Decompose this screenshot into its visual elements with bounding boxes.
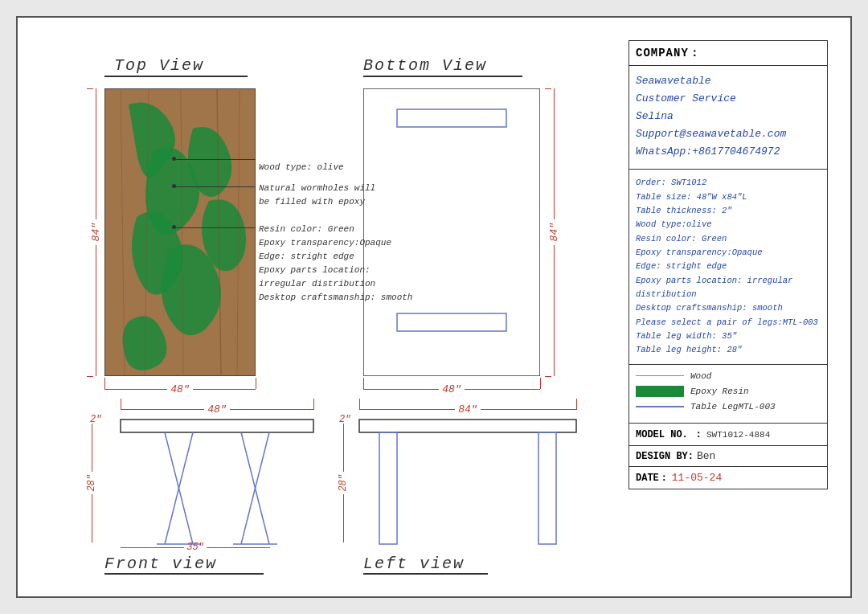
company-panel: COMPANY： Seawavetable Customer Service S… bbox=[628, 40, 828, 489]
drawing-page: Top View 84" 48" Woo bbox=[16, 16, 852, 598]
design-value: Ben bbox=[697, 450, 715, 462]
legend-wood-line bbox=[636, 375, 684, 376]
dim-84-vertical-top: 84" bbox=[90, 88, 102, 376]
svg-rect-8 bbox=[397, 313, 506, 331]
svg-rect-6 bbox=[363, 88, 540, 376]
dim-84-vertical-bottom: 84" bbox=[548, 88, 560, 376]
annotation-wood-type: Wood type: olive bbox=[259, 159, 344, 174]
dim-tick-w1 bbox=[104, 378, 105, 389]
date-value: 11-05-24 bbox=[672, 472, 722, 484]
front-view-underline bbox=[104, 573, 264, 575]
dim-tick-bw2 bbox=[540, 378, 541, 389]
legend-leg: Table LegMTL-003 bbox=[636, 402, 821, 411]
dim-84-bottom-text: 84" bbox=[548, 223, 560, 241]
dim-28-left: 28" bbox=[338, 424, 349, 542]
company-whatsapp: WhatsApp:+8617704674972 bbox=[636, 143, 821, 161]
bottom-view-label: Bottom View bbox=[363, 56, 487, 75]
specs-box: Order: SWT1012 Table size: 48"W x84"L Ta… bbox=[629, 169, 827, 363]
dim-48-bottom: 48" bbox=[363, 383, 540, 395]
left-view-underline bbox=[363, 573, 488, 575]
dim-tick-fw2 bbox=[313, 399, 314, 410]
svg-rect-7 bbox=[397, 109, 506, 127]
dim-48-top: 48" bbox=[104, 383, 256, 395]
dim-84-left: 84" bbox=[359, 403, 576, 415]
front-view-drawing bbox=[104, 411, 330, 552]
dim-48-front: 48" bbox=[121, 403, 313, 415]
legend-epoxy: Epoxy Resin bbox=[636, 386, 821, 397]
design-label: DESIGN BY: bbox=[636, 451, 694, 462]
dim-tick-top2 bbox=[87, 376, 93, 377]
date-label: DATE： bbox=[636, 471, 669, 485]
top-view-slab bbox=[104, 88, 256, 376]
dim-28-front: 28" bbox=[86, 424, 97, 542]
design-box: DESIGN BY: Ben bbox=[629, 445, 827, 466]
dim-28-front-text: 28" bbox=[86, 474, 97, 492]
dim-tick-bw1 bbox=[363, 378, 364, 389]
company-info: Seawavetable Customer Service Selina Sup… bbox=[629, 66, 827, 169]
dim-35-front: 35" bbox=[121, 542, 270, 553]
model-label: MODEL NO. ： bbox=[636, 428, 703, 441]
legend-leg-line bbox=[636, 406, 684, 407]
bottom-view-slab bbox=[363, 88, 540, 376]
dim-tick-top1 bbox=[87, 88, 93, 89]
left-view-label: Left view bbox=[363, 555, 465, 573]
front-view-label: Front view bbox=[104, 555, 217, 573]
top-view-underline bbox=[104, 76, 248, 77]
company-contact: Selina bbox=[636, 108, 821, 125]
annotation-wormholes: Natural wormholes will be filled with ep… bbox=[259, 182, 375, 208]
model-box: MODEL NO. ： SWT1012-4884 bbox=[629, 423, 827, 445]
legend-box: Wood Epoxy Resin Table LegMTL-003 bbox=[629, 364, 827, 423]
svg-rect-17 bbox=[379, 432, 397, 544]
model-value: SWT1012-4884 bbox=[706, 430, 770, 440]
company-email: Support@seawavetable.com bbox=[636, 125, 821, 143]
top-view-label: Top View bbox=[114, 56, 204, 75]
dim-48-top-text: 48" bbox=[170, 383, 189, 395]
dim-84-left-text: 84" bbox=[458, 403, 477, 415]
company-header: COMPANY： bbox=[629, 41, 827, 66]
left-view-drawing bbox=[351, 411, 584, 552]
dim-48-front-text: 48" bbox=[207, 403, 226, 415]
company-name: Seawavetable bbox=[636, 72, 821, 90]
svg-rect-16 bbox=[359, 420, 576, 432]
customer-service: Customer Service bbox=[636, 90, 821, 108]
dim-tick-lw1 bbox=[359, 399, 360, 410]
dim-tick-fw1 bbox=[121, 399, 121, 410]
svg-rect-9 bbox=[121, 420, 313, 432]
dim-tick-bv1 bbox=[545, 88, 551, 89]
dim-48-bottom-text: 48" bbox=[442, 383, 461, 395]
dim-84-top-text: 84" bbox=[90, 223, 102, 241]
date-box: DATE： 11-05-24 bbox=[629, 466, 827, 489]
legend-epoxy-rect bbox=[636, 386, 684, 397]
dim-tick-bv2 bbox=[545, 376, 551, 377]
bottom-view-underline bbox=[363, 76, 522, 77]
dim-35-text: 35" bbox=[186, 542, 204, 553]
dim-28-left-text: 28" bbox=[338, 474, 349, 492]
svg-rect-18 bbox=[538, 432, 556, 544]
legend-wood: Wood bbox=[636, 371, 821, 381]
dim-tick-w2 bbox=[256, 378, 256, 389]
dim-tick-lw2 bbox=[576, 399, 577, 410]
